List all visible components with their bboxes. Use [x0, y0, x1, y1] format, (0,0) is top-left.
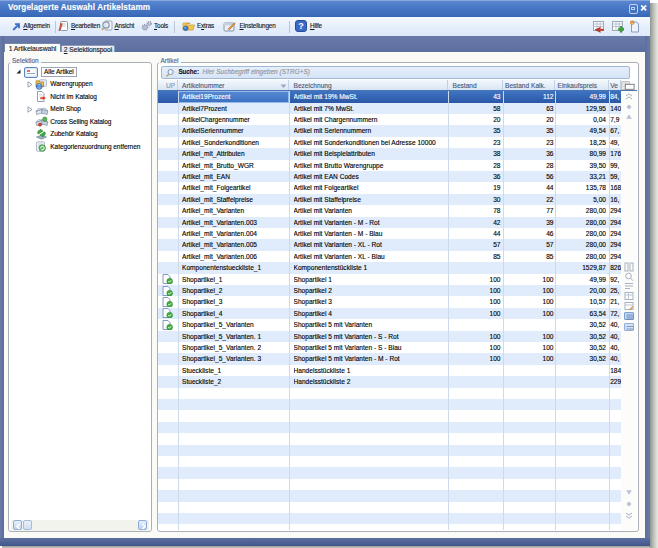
svg-text:+: + — [631, 21, 633, 25]
svg-text:?: ? — [298, 21, 304, 31]
